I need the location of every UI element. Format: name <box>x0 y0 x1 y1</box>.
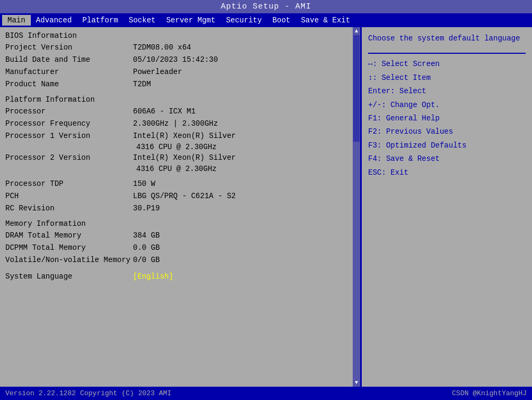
shortcut-key: Enter: <box>368 87 395 95</box>
shortcut-desc: Previous Values <box>386 127 453 136</box>
shortcut-item: ↕: Select Item <box>368 72 526 84</box>
bios-section-title: BIOS Information <box>5 31 355 40</box>
menu-item-main[interactable]: Main <box>2 15 31 26</box>
bios-field-label: Build Date and Time <box>5 54 133 66</box>
system-language-row[interactable]: System Language [English] <box>5 271 355 282</box>
bios-info-section: BIOS Information Project VersionT2DM08.0… <box>5 31 355 90</box>
memory-row: Volatile/Non-volatile Memory0/0 GB <box>5 255 355 266</box>
shortcut-item: F4: Save & Reset <box>368 153 526 165</box>
shortcut-key: F3: <box>368 141 381 150</box>
left-panel: BIOS Information Project VersionT2DM08.0… <box>0 27 362 387</box>
menu-item-security[interactable]: Security <box>221 15 267 26</box>
system-language-value: [English] <box>133 271 173 282</box>
menu-item-advanced[interactable]: Advanced <box>31 15 77 26</box>
platform-field-extra: 4316 CPU @ 2.30GHz <box>5 165 355 173</box>
menu-item-platform[interactable]: Platform <box>77 15 123 26</box>
menu-item-boot[interactable]: Boot <box>267 15 296 26</box>
memory-info-section: Memory Information DRAM Total Memory384 … <box>5 219 355 266</box>
platform-field-value: Intel(R) Xeon(R) Silver <box>133 152 236 164</box>
platform-row: Processor 2 VersionIntel(R) Xeon(R) Silv… <box>5 152 355 164</box>
processor-field-label: PCH <box>5 191 133 202</box>
platform-field-label: Processor 2 Version <box>5 152 133 164</box>
shortcut-desc: Select Screen <box>381 60 439 68</box>
processor-field-value: 150 W <box>133 178 155 190</box>
scrollbar-thumb[interactable] <box>353 35 360 142</box>
shortcut-desc: Change Opt. <box>390 101 439 109</box>
platform-row: Processor Frequency2.300GHz | 2.300GHz <box>5 118 355 129</box>
title-bar: Aptio Setup - AMI <box>0 0 532 13</box>
scrollbar-track: ▲ ▼ <box>353 27 360 387</box>
app-title: Aptio Setup - AMI <box>221 2 311 11</box>
bios-field-value: Powerleader <box>133 67 182 78</box>
shortcut-item: ESC: Exit <box>368 167 526 178</box>
shortcut-item: F3: Optimized Defaults <box>368 140 526 151</box>
shortcut-item: F2: Previous Values <box>368 126 526 137</box>
shortcut-desc: Save & Reset <box>386 154 440 163</box>
shortcut-item: F1: General Help <box>368 112 526 124</box>
menu-item-server-mgmt[interactable]: Server Mgmt <box>161 15 220 26</box>
processor-row: PCHLBG QS/PRQ - C621A - S2 <box>5 191 355 202</box>
platform-fields: Processor606A6 - ICX M1Processor Frequen… <box>5 106 355 173</box>
bios-field-value: 05/10/2023 15:42:30 <box>133 54 218 66</box>
memory-section-title: Memory Information <box>5 219 355 228</box>
processor-row: Processor TDP150 W <box>5 178 355 190</box>
menu-item-save-&-exit[interactable]: Save & Exit <box>296 15 355 26</box>
scrollbar-down-arrow[interactable]: ▼ <box>353 379 360 387</box>
shortcut-key: F1: <box>368 114 381 123</box>
platform-field-value: Intel(R) Xeon(R) Silver <box>133 130 236 142</box>
memory-field-label: Volatile/Non-volatile Memory <box>5 255 133 266</box>
platform-field-label: Processor <box>5 106 133 117</box>
right-panel: Choose the system default language ↔: Se… <box>362 27 532 387</box>
bios-field-label: Product Name <box>5 79 133 90</box>
shortcut-key: +/-: <box>368 101 386 109</box>
bios-field-value: T2DM <box>133 79 151 90</box>
bios-row: Project VersionT2DM08.00 x64 <box>5 42 355 53</box>
shortcut-key: ESC: <box>368 168 386 177</box>
shortcut-key: F4: <box>368 154 381 163</box>
platform-info-section: Platform Information Processor606A6 - IC… <box>5 95 355 173</box>
shortcut-desc: Select <box>400 87 426 95</box>
bios-field-value: T2DM08.00 x64 <box>133 42 191 53</box>
platform-field-label: Processor Frequency <box>5 118 133 129</box>
shortcut-desc: General Help <box>386 114 440 123</box>
bios-field-label: Project Version <box>5 42 133 53</box>
bios-fields: Project VersionT2DM08.00 x64Build Date a… <box>5 42 355 90</box>
menu-bar: MainAdvancedPlatformSocketServer MgmtSec… <box>0 13 532 27</box>
platform-field-value: 2.300GHz | 2.300GHz <box>133 118 218 129</box>
processor-field-value: LBG QS/PRQ - C621A - S2 <box>133 191 236 202</box>
scrollbar-up-arrow[interactable]: ▲ <box>353 27 360 35</box>
shortcut-item: +/-: Change Opt. <box>368 99 526 111</box>
memory-field-value: 0/0 GB <box>133 255 160 266</box>
footer-copyright: Version 2.22.1282 Copyright (C) 2023 AMI <box>5 389 171 397</box>
processor-fields: Processor TDP150 WPCHLBG QS/PRQ - C621A … <box>5 178 355 214</box>
processor-details-section: Processor TDP150 WPCHLBG QS/PRQ - C621A … <box>5 178 355 214</box>
shortcut-key: ↔: <box>368 60 377 68</box>
shortcut-list: ↔: Select Screen↕: Select ItemEnter: Sel… <box>368 58 526 180</box>
memory-fields: DRAM Total Memory384 GBDCPMM Total Memor… <box>5 230 355 266</box>
menu-item-socket[interactable]: Socket <box>123 15 161 26</box>
bios-field-label: Manufacturer <box>5 67 133 78</box>
help-divider <box>368 53 526 54</box>
memory-row: DRAM Total Memory384 GB <box>5 230 355 241</box>
processor-row: RC Revision30.P19 <box>5 203 355 214</box>
memory-field-label: DCPMM Total Memory <box>5 242 133 254</box>
memory-field-label: DRAM Total Memory <box>5 230 133 241</box>
system-language-label: System Language <box>5 271 133 282</box>
memory-row: DCPMM Total Memory0.0 GB <box>5 242 355 254</box>
help-text: Choose the system default language <box>368 32 526 44</box>
shortcut-desc: Select Item <box>381 74 430 82</box>
platform-row: Processor606A6 - ICX M1 <box>5 106 355 117</box>
shortcut-item: ↔: Select Screen <box>368 58 526 70</box>
processor-field-value: 30.P19 <box>133 203 160 214</box>
shortcut-desc: Exit <box>390 168 409 177</box>
platform-row: Processor 1 VersionIntel(R) Xeon(R) Silv… <box>5 130 355 142</box>
bios-row: Product NameT2DM <box>5 79 355 90</box>
shortcut-key: ↕: <box>368 74 377 82</box>
processor-field-label: RC Revision <box>5 203 133 214</box>
shortcut-key: F2: <box>368 127 381 136</box>
platform-field-value: 606A6 - ICX M1 <box>133 106 196 117</box>
platform-section-title: Platform Information <box>5 95 355 104</box>
shortcut-desc: Optimized Defaults <box>386 141 467 150</box>
memory-field-value: 384 GB <box>133 230 160 241</box>
shortcut-item: Enter: Select <box>368 85 526 97</box>
